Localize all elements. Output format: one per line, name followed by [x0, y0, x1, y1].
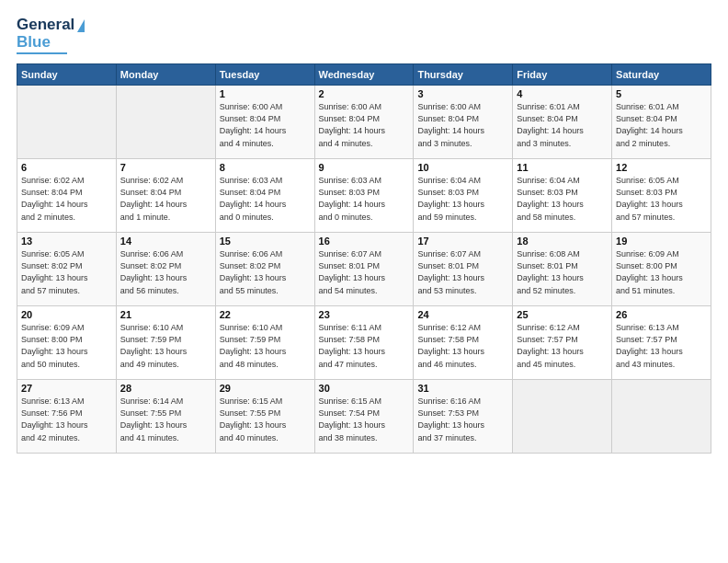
week-row-1: 1Sunrise: 6:00 AM Sunset: 8:04 PM Daylig… [17, 86, 711, 159]
day-info: Sunrise: 6:10 AM Sunset: 7:59 PM Dayligh… [120, 322, 211, 370]
day-info: Sunrise: 6:16 AM Sunset: 7:53 PM Dayligh… [417, 396, 508, 443]
day-cell [612, 380, 711, 454]
day-number: 28 [120, 383, 211, 394]
day-cell: 24Sunrise: 6:12 AM Sunset: 7:58 PM Dayli… [414, 306, 513, 380]
weekday-header-friday: Friday [513, 64, 612, 86]
logo-general: General [17, 16, 74, 33]
week-row-2: 6Sunrise: 6:02 AM Sunset: 8:04 PM Daylig… [17, 159, 711, 233]
day-number: 21 [120, 309, 211, 320]
day-cell: 27Sunrise: 6:13 AM Sunset: 7:56 PM Dayli… [17, 380, 117, 454]
weekday-header-tuesday: Tuesday [215, 64, 314, 86]
day-info: Sunrise: 6:10 AM Sunset: 7:59 PM Dayligh… [220, 322, 311, 370]
day-number: 25 [517, 309, 608, 320]
day-number: 30 [319, 383, 410, 394]
day-number: 5 [616, 88, 707, 99]
day-number: 10 [417, 162, 508, 173]
day-cell [513, 380, 612, 454]
day-cell: 4Sunrise: 6:01 AM Sunset: 8:04 PM Daylig… [513, 86, 612, 159]
weekday-header-saturday: Saturday [612, 64, 711, 86]
day-number: 6 [21, 162, 112, 173]
day-number: 14 [120, 236, 211, 247]
logo-underline [17, 52, 67, 54]
day-cell: 28Sunrise: 6:14 AM Sunset: 7:55 PM Dayli… [116, 380, 215, 454]
day-info: Sunrise: 6:07 AM Sunset: 8:01 PM Dayligh… [319, 248, 410, 296]
weekday-header-wednesday: Wednesday [314, 64, 414, 86]
calendar-table: SundayMondayTuesdayWednesdayThursdayFrid… [17, 63, 711, 454]
day-info: Sunrise: 6:12 AM Sunset: 7:57 PM Dayligh… [517, 322, 608, 370]
weekday-header-sunday: Sunday [17, 64, 117, 86]
day-number: 24 [417, 309, 508, 320]
day-info: Sunrise: 6:04 AM Sunset: 8:03 PM Dayligh… [417, 175, 508, 223]
day-cell: 31Sunrise: 6:16 AM Sunset: 7:53 PM Dayli… [414, 380, 513, 454]
day-info: Sunrise: 6:06 AM Sunset: 8:02 PM Dayligh… [220, 248, 311, 296]
day-cell: 9Sunrise: 6:03 AM Sunset: 8:03 PM Daylig… [314, 159, 414, 233]
day-info: Sunrise: 6:01 AM Sunset: 8:04 PM Dayligh… [616, 101, 707, 149]
day-cell: 13Sunrise: 6:05 AM Sunset: 8:02 PM Dayli… [17, 233, 117, 306]
day-info: Sunrise: 6:08 AM Sunset: 8:01 PM Dayligh… [517, 248, 608, 296]
day-info: Sunrise: 6:13 AM Sunset: 7:56 PM Dayligh… [21, 396, 112, 443]
day-number: 15 [220, 236, 311, 247]
day-cell: 1Sunrise: 6:00 AM Sunset: 8:04 PM Daylig… [215, 86, 314, 159]
day-cell: 29Sunrise: 6:15 AM Sunset: 7:55 PM Dayli… [215, 380, 314, 454]
day-cell: 5Sunrise: 6:01 AM Sunset: 8:04 PM Daylig… [612, 86, 711, 159]
day-cell: 11Sunrise: 6:04 AM Sunset: 8:03 PM Dayli… [513, 159, 612, 233]
day-info: Sunrise: 6:12 AM Sunset: 7:58 PM Dayligh… [417, 322, 508, 370]
week-row-3: 13Sunrise: 6:05 AM Sunset: 8:02 PM Dayli… [17, 233, 711, 306]
day-cell: 21Sunrise: 6:10 AM Sunset: 7:59 PM Dayli… [116, 306, 215, 380]
day-info: Sunrise: 6:14 AM Sunset: 7:55 PM Dayligh… [120, 396, 211, 443]
day-cell: 22Sunrise: 6:10 AM Sunset: 7:59 PM Dayli… [215, 306, 314, 380]
day-info: Sunrise: 6:13 AM Sunset: 7:57 PM Dayligh… [616, 322, 707, 370]
day-number: 7 [120, 162, 211, 173]
week-row-5: 27Sunrise: 6:13 AM Sunset: 7:56 PM Dayli… [17, 380, 711, 454]
day-info: Sunrise: 6:05 AM Sunset: 8:03 PM Dayligh… [616, 175, 707, 223]
header: General Blue [17, 17, 711, 54]
day-number: 3 [417, 88, 508, 99]
day-number: 8 [220, 162, 311, 173]
day-number: 4 [517, 88, 608, 99]
day-info: Sunrise: 6:00 AM Sunset: 8:04 PM Dayligh… [417, 101, 508, 149]
day-info: Sunrise: 6:07 AM Sunset: 8:01 PM Dayligh… [417, 248, 508, 296]
day-cell: 30Sunrise: 6:15 AM Sunset: 7:54 PM Dayli… [314, 380, 414, 454]
day-info: Sunrise: 6:03 AM Sunset: 8:04 PM Dayligh… [220, 175, 311, 223]
day-info: Sunrise: 6:02 AM Sunset: 8:04 PM Dayligh… [21, 175, 112, 223]
day-info: Sunrise: 6:11 AM Sunset: 7:58 PM Dayligh… [319, 322, 410, 370]
logo-blue: Blue [17, 34, 51, 52]
day-info: Sunrise: 6:01 AM Sunset: 8:04 PM Dayligh… [517, 101, 608, 149]
day-info: Sunrise: 6:15 AM Sunset: 7:55 PM Dayligh… [220, 396, 311, 443]
day-cell: 12Sunrise: 6:05 AM Sunset: 8:03 PM Dayli… [612, 159, 711, 233]
day-number: 1 [220, 88, 311, 99]
day-info: Sunrise: 6:06 AM Sunset: 8:02 PM Dayligh… [120, 248, 211, 296]
day-info: Sunrise: 6:05 AM Sunset: 8:02 PM Dayligh… [21, 248, 112, 296]
weekday-header-thursday: Thursday [414, 64, 513, 86]
day-info: Sunrise: 6:00 AM Sunset: 8:04 PM Dayligh… [319, 101, 410, 149]
day-cell: 7Sunrise: 6:02 AM Sunset: 8:04 PM Daylig… [116, 159, 215, 233]
day-cell: 25Sunrise: 6:12 AM Sunset: 7:57 PM Dayli… [513, 306, 612, 380]
day-cell: 26Sunrise: 6:13 AM Sunset: 7:57 PM Dayli… [612, 306, 711, 380]
day-number: 12 [616, 162, 707, 173]
day-cell: 15Sunrise: 6:06 AM Sunset: 8:02 PM Dayli… [215, 233, 314, 306]
calendar-header: SundayMondayTuesdayWednesdayThursdayFrid… [17, 64, 711, 86]
calendar-body: 1Sunrise: 6:00 AM Sunset: 8:04 PM Daylig… [17, 86, 711, 454]
day-number: 11 [517, 162, 608, 173]
day-cell: 14Sunrise: 6:06 AM Sunset: 8:02 PM Dayli… [116, 233, 215, 306]
day-cell: 6Sunrise: 6:02 AM Sunset: 8:04 PM Daylig… [17, 159, 117, 233]
logo-triangle-icon [77, 19, 85, 32]
day-number: 13 [21, 236, 112, 247]
day-cell: 3Sunrise: 6:00 AM Sunset: 8:04 PM Daylig… [414, 86, 513, 159]
day-cell: 17Sunrise: 6:07 AM Sunset: 8:01 PM Dayli… [414, 233, 513, 306]
day-number: 19 [616, 236, 707, 247]
week-row-4: 20Sunrise: 6:09 AM Sunset: 8:00 PM Dayli… [17, 306, 711, 380]
day-number: 20 [21, 309, 112, 320]
day-number: 9 [319, 162, 410, 173]
day-cell: 20Sunrise: 6:09 AM Sunset: 8:00 PM Dayli… [17, 306, 117, 380]
day-info: Sunrise: 6:04 AM Sunset: 8:03 PM Dayligh… [517, 175, 608, 223]
day-info: Sunrise: 6:00 AM Sunset: 8:04 PM Dayligh… [220, 101, 311, 149]
day-number: 29 [220, 383, 311, 394]
day-cell [116, 86, 215, 159]
day-cell: 23Sunrise: 6:11 AM Sunset: 7:58 PM Dayli… [314, 306, 414, 380]
day-number: 22 [220, 309, 311, 320]
day-cell [17, 86, 117, 159]
day-cell: 16Sunrise: 6:07 AM Sunset: 8:01 PM Dayli… [314, 233, 414, 306]
day-number: 16 [319, 236, 410, 247]
day-number: 2 [319, 88, 410, 99]
